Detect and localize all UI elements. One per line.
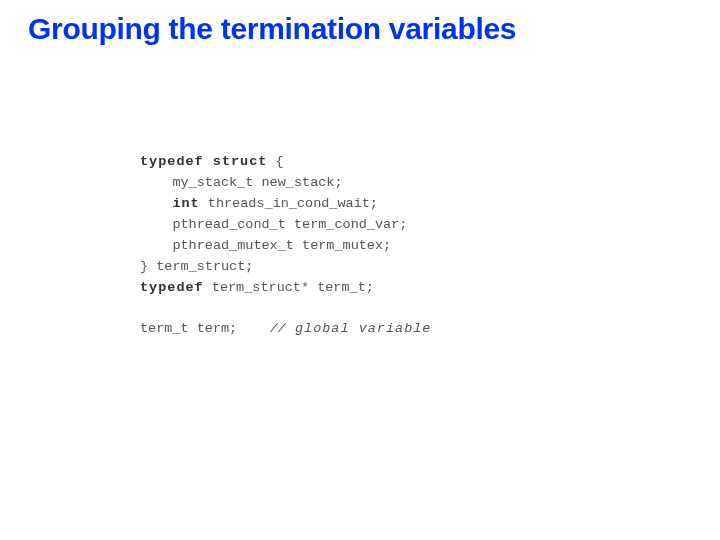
code-line-1-rest: { (267, 154, 283, 169)
code-block: typedef struct { my_stack_t new_stack; i… (140, 152, 431, 340)
comment-slash: // (270, 321, 286, 336)
code-line-4: pthread_cond_t term_cond_var; (140, 217, 407, 232)
slide-container: Grouping the termination variables typed… (0, 0, 720, 540)
keyword-typedef: typedef (140, 280, 204, 295)
keyword-typedef-struct: typedef struct (140, 154, 267, 169)
comment-text: global variable (286, 321, 432, 336)
code-line-2: my_stack_t new_stack; (140, 175, 343, 190)
slide-title: Grouping the termination variables (0, 12, 720, 46)
keyword-int: int (172, 196, 199, 211)
code-line-3-rest: threads_in_cond_wait; (200, 196, 378, 211)
code-line-6: } term_struct; (140, 259, 253, 274)
code-line-9-a: term_t term; (140, 321, 237, 336)
code-line-7-rest: term_struct* term_t; (204, 280, 374, 295)
code-line-5: pthread_mutex_t term_mutex; (140, 238, 391, 253)
